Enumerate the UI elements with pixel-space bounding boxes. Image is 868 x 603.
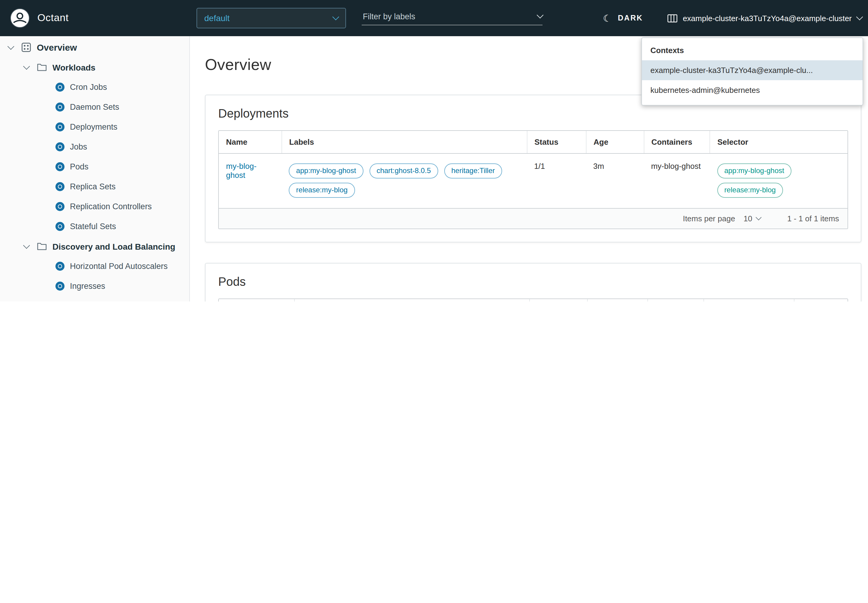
- chevron-down-icon: [755, 214, 761, 220]
- context-menu-item-current[interactable]: example-cluster-ka3TuTzYo4a@example-clu.…: [642, 60, 863, 80]
- namespace-select[interactable]: default: [196, 8, 346, 28]
- cron-jobs-icon: [56, 83, 65, 92]
- column-header-node[interactable]: Node: [703, 299, 794, 302]
- sidebar-item-label: Daemon Sets: [70, 102, 119, 111]
- sidebar-item-stateful-sets[interactable]: Stateful Sets: [0, 216, 189, 237]
- sidebar-item-overview[interactable]: Overview: [0, 37, 189, 57]
- octant-app: Octant default ☾ DARK example-cluster-ka…: [0, 0, 868, 302]
- cluster-icon: [667, 14, 677, 23]
- pods-card-title: Pods: [218, 275, 848, 289]
- deployments-icon: [56, 122, 65, 131]
- daemon-sets-icon: [56, 102, 65, 111]
- replication-controllers-icon: [56, 202, 65, 211]
- selector-badge: release:my-blog: [717, 183, 783, 198]
- status-cell: 1/1: [527, 153, 586, 208]
- sidebar-item-label: Ingresses: [70, 281, 105, 291]
- caret-down-icon[interactable]: [23, 63, 30, 70]
- pods-icon: [56, 162, 65, 171]
- column-header-age[interactable]: Age: [586, 131, 644, 153]
- pagination-range: 1 - 1 of 1 items: [787, 214, 839, 223]
- table-header-row: Name Labels Status Age Containers Select…: [219, 131, 848, 153]
- folder-icon: [37, 242, 47, 251]
- label-badge: chart:ghost-8.0.5: [369, 164, 438, 178]
- sidebar-nav: Overview Workloads Cron Jobs Daemon Sets…: [0, 36, 190, 302]
- stateful-sets-icon: [56, 222, 65, 231]
- context-menu-item[interactable]: kubernetes-admin@kubernetes: [642, 80, 863, 100]
- sidebar-item-services[interactable]: Services: [0, 296, 189, 302]
- replica-sets-icon: [56, 182, 65, 191]
- sidebar-item-replica-sets[interactable]: Replica Sets: [0, 177, 189, 196]
- sidebar-item-label: Stateful Sets: [70, 222, 116, 231]
- sidebar-item-label: Jobs: [70, 142, 87, 152]
- sidebar-item-label: Horizontal Pod Autoscalers: [70, 262, 168, 271]
- ingresses-icon: [56, 281, 65, 291]
- column-header-status[interactable]: Status: [527, 131, 586, 153]
- page-size-value: 10: [743, 214, 752, 223]
- table-row[interactable]: my-blog-ghost app:my-blog-ghostchart:gho…: [219, 153, 848, 208]
- label-filter: [362, 11, 542, 25]
- namespace-value: default: [204, 13, 230, 23]
- sidebar-item-deployments[interactable]: Deployments: [0, 117, 189, 137]
- column-header-phase[interactable]: Phase: [587, 299, 647, 302]
- label-badge: release:my-blog: [289, 183, 355, 198]
- octant-logo-icon: [10, 8, 30, 28]
- sidebar-item-ingresses[interactable]: Ingresses: [0, 276, 189, 296]
- items-per-page-label: Items per page: [683, 214, 735, 223]
- column-header-name[interactable]: Name: [219, 131, 282, 153]
- containers-cell: my-blog-ghost: [644, 153, 710, 208]
- sidebar-item-label: Pods: [70, 162, 89, 171]
- sidebar-item-workloads[interactable]: Workloads: [0, 57, 189, 77]
- selector-badge: app:my-blog-ghost: [717, 164, 791, 178]
- deployment-name-link[interactable]: my-blog-ghost: [226, 162, 256, 180]
- chevron-down-icon: [856, 14, 863, 20]
- column-header-age[interactable]: Age: [794, 299, 848, 302]
- deployments-table: Name Labels Status Age Containers Select…: [219, 131, 848, 208]
- label-filter-input[interactable]: [362, 11, 537, 22]
- label-badge: heritage:Tiller: [444, 164, 502, 178]
- column-header-labels[interactable]: Labels: [294, 299, 529, 302]
- jobs-icon: [56, 142, 65, 152]
- pods-card: Pods Name Labels Ready Phase: [205, 263, 861, 302]
- context-dropdown: Contexts example-cluster-ka3TuTzYo4a@exa…: [641, 37, 863, 105]
- sidebar-item-horizontal-pod-autoscalers[interactable]: Horizontal Pod Autoscalers: [0, 256, 189, 276]
- sidebar-item-label: Overview: [37, 42, 77, 53]
- moon-icon: ☾: [603, 12, 612, 24]
- sidebar-item-discovery-and-load-balancing[interactable]: Discovery and Load Balancing: [0, 237, 189, 256]
- theme-toggle-label: DARK: [618, 14, 643, 22]
- column-header-ready[interactable]: Ready: [530, 299, 587, 302]
- column-header-labels[interactable]: Labels: [282, 131, 527, 153]
- sidebar-item-pods[interactable]: Pods: [0, 157, 189, 177]
- sidebar-item-label: Workloads: [53, 62, 96, 72]
- context-selector[interactable]: example-cluster-ka3TuTzYo4a@example-clus…: [667, 14, 862, 23]
- column-header-name[interactable]: Name: [219, 299, 294, 302]
- page-size-select[interactable]: 10: [743, 214, 761, 223]
- sidebar-item-label: Replication Controllers: [70, 202, 152, 211]
- column-header-restarts[interactable]: Restarts: [648, 299, 704, 302]
- caret-down-icon[interactable]: [23, 242, 30, 249]
- age-cell: 3m: [586, 153, 644, 208]
- folder-icon: [37, 63, 47, 72]
- pagination-bar: Items per page 10 1 - 1 of 1 items: [219, 208, 848, 229]
- sidebar-item-label: Cron Jobs: [70, 83, 107, 92]
- theme-toggle-button[interactable]: ☾ DARK: [599, 12, 647, 25]
- horizontal-pod-autoscalers-icon: [56, 262, 65, 271]
- deployments-card-title: Deployments: [218, 107, 848, 121]
- brand: Octant: [10, 8, 69, 28]
- deployments-card: Deployments Name Labels Status Age Conta…: [205, 95, 861, 243]
- app-title: Octant: [37, 12, 69, 24]
- caret-down-icon[interactable]: [8, 43, 14, 50]
- context-value: example-cluster-ka3TuTzYo4a@example-clus…: [683, 14, 852, 23]
- column-header-selector[interactable]: Selector: [710, 131, 848, 153]
- sidebar-item-label: Deployments: [70, 122, 117, 131]
- sidebar-item-label: Replica Sets: [70, 182, 116, 191]
- context-menu-title: Contexts: [642, 38, 863, 60]
- chevron-down-icon[interactable]: [536, 12, 544, 19]
- sidebar-item-jobs[interactable]: Jobs: [0, 137, 189, 157]
- sidebar-item-daemon-sets[interactable]: Daemon Sets: [0, 97, 189, 117]
- sidebar-item-replication-controllers[interactable]: Replication Controllers: [0, 196, 189, 216]
- pods-table: Name Labels Ready Phase Restarts: [219, 299, 848, 302]
- column-header-containers[interactable]: Containers: [644, 131, 710, 153]
- sidebar-item-cron-jobs[interactable]: Cron Jobs: [0, 77, 189, 97]
- table-header-row: Name Labels Ready Phase Restarts: [219, 299, 848, 302]
- label-badge: app:my-blog-ghost: [289, 164, 363, 178]
